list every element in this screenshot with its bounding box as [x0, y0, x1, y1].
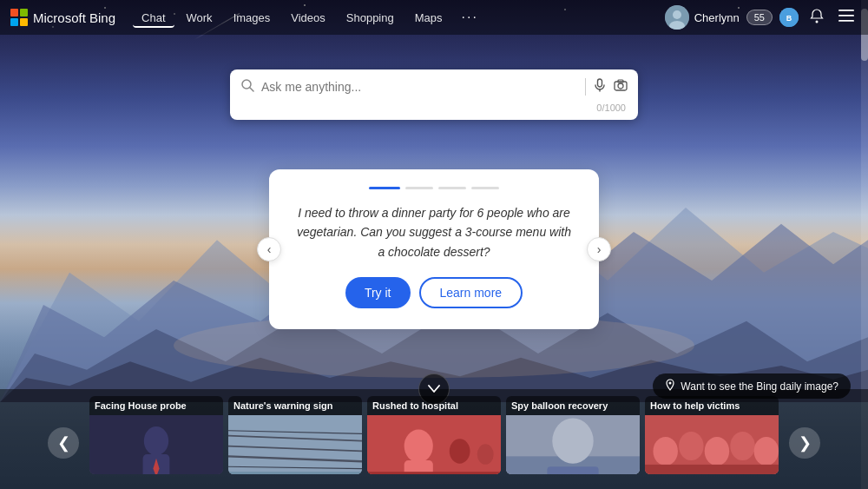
news-card-2[interactable]: Rushed to hospital [367, 396, 501, 474]
news-prev-icon: ❮ [57, 433, 70, 453]
search-input[interactable] [261, 80, 578, 94]
camera-icon[interactable] [614, 78, 628, 96]
svg-rect-43 [547, 467, 598, 474]
nav-videos[interactable]: Videos [282, 8, 334, 28]
news-image-1 [228, 415, 362, 474]
news-next-icon: ❯ [799, 433, 812, 453]
dot-2[interactable] [405, 187, 433, 189]
svg-point-45 [653, 437, 677, 466]
menu-button[interactable] [835, 6, 858, 29]
avatar [665, 5, 689, 30]
svg-rect-27 [228, 415, 362, 474]
news-card-0[interactable]: Facing House probe [89, 396, 223, 474]
nav-work[interactable]: Work [178, 8, 221, 28]
svg-rect-13 [838, 20, 854, 22]
learn-more-button[interactable]: Learn more [419, 277, 523, 308]
dot-3[interactable] [438, 187, 466, 189]
user-profile[interactable]: Cherlynn [665, 5, 740, 30]
card-buttons: Try it Learn more [295, 277, 573, 308]
news-card-4[interactable]: How to help victims [645, 396, 779, 474]
svg-point-10 [816, 21, 819, 23]
mic-icon[interactable] [593, 78, 607, 96]
next-suggestion-button[interactable]: › [587, 237, 611, 261]
svg-point-46 [679, 432, 703, 460]
svg-rect-33 [228, 472, 362, 474]
svg-point-42 [552, 419, 593, 464]
svg-text:B: B [786, 14, 792, 23]
svg-point-47 [705, 437, 729, 466]
divider [585, 78, 586, 96]
svg-rect-50 [645, 465, 779, 474]
bing-daily-text: Want to see the Bing daily image? [681, 380, 838, 393]
suggestion-card: ‹ › I need to throw a dinner party for 6… [269, 169, 599, 329]
news-next-button[interactable]: ❯ [789, 427, 820, 459]
points-badge[interactable]: 55 [746, 10, 773, 25]
notifications-button[interactable] [806, 4, 828, 30]
char-count: 0/1000 [596, 102, 626, 113]
dot-4[interactable] [471, 187, 499, 189]
nav-maps[interactable]: Maps [406, 8, 451, 28]
svg-point-37 [450, 439, 470, 464]
dot-1[interactable] [369, 187, 400, 189]
user-name: Cherlynn [694, 11, 740, 24]
svg-point-48 [730, 432, 754, 460]
news-image-4 [645, 415, 779, 474]
prev-suggestion-button[interactable]: ‹ [257, 237, 281, 261]
nav-more-icon[interactable]: ··· [455, 8, 485, 27]
news-prev-button[interactable]: ❮ [48, 427, 79, 459]
svg-point-38 [477, 444, 494, 465]
svg-point-21 [669, 382, 672, 385]
navbar: Microsoft Bing Chat Work Images Videos S… [0, 0, 868, 35]
nav-images[interactable]: Images [225, 8, 279, 28]
expand-icon [428, 382, 440, 396]
news-title-0: Facing House probe [89, 396, 223, 415]
svg-point-23 [144, 426, 168, 455]
svg-rect-16 [598, 79, 602, 87]
news-image-3 [506, 415, 640, 474]
news-image-2 [367, 415, 501, 474]
svg-point-49 [754, 437, 779, 466]
search-area: 0/1000 [230, 69, 638, 120]
microsoft-logo-icon [10, 9, 28, 26]
svg-point-19 [618, 83, 623, 89]
svg-rect-39 [367, 472, 501, 474]
suggestion-text: I need to throw a dinner party for 6 peo… [295, 203, 573, 261]
news-card-3[interactable]: Spy balloon recovery [506, 396, 640, 474]
svg-rect-34 [367, 415, 501, 474]
search-right-icons [585, 78, 628, 96]
dots-navigation [295, 187, 573, 189]
points-value: 55 [754, 12, 765, 23]
news-title-3: Spy balloon recovery [506, 396, 640, 415]
news-card-1[interactable]: Nature's warning sign [228, 396, 362, 474]
svg-point-35 [404, 430, 433, 463]
news-image-0 [89, 415, 223, 474]
nav-right: Cherlynn 55 B [665, 4, 858, 30]
brand-name: Microsoft Bing [33, 10, 115, 25]
svg-rect-11 [838, 10, 854, 11]
svg-line-15 [250, 88, 253, 91]
search-icon [240, 78, 254, 96]
news-title-4: How to help victims [645, 396, 779, 415]
svg-point-6 [673, 10, 681, 19]
nav-links: Chat Work Images Videos Shopping Maps ··… [133, 8, 665, 28]
news-title-2: Rushed to hospital [367, 396, 501, 415]
bottom-bar: Want to see the Bing daily image? ❮ Faci… [0, 389, 868, 489]
news-title-1: Nature's warning sign [228, 396, 362, 415]
bing-daily-badge[interactable]: Want to see the Bing daily image? [653, 373, 851, 399]
location-icon [665, 379, 675, 393]
search-box-container: 0/1000 [230, 69, 638, 120]
nav-shopping[interactable]: Shopping [338, 8, 403, 28]
rewards-icon[interactable]: B [779, 8, 799, 27]
nav-chat[interactable]: Chat [133, 8, 174, 28]
try-it-button[interactable]: Try it [345, 277, 411, 308]
news-strip: Facing House probe Nature's warning sign [0, 396, 868, 474]
logo[interactable]: Microsoft Bing [10, 9, 115, 26]
svg-rect-12 [838, 15, 854, 17]
